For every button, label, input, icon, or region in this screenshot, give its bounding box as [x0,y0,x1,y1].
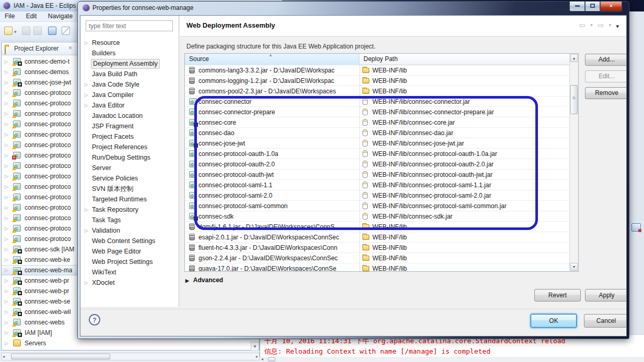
source-cell[interactable]: connsec-sdk [185,211,359,222]
table-row[interactable]: connsec-protocol-saml-1.1 WEB-INF/lib/co… [185,180,569,190]
add-button[interactable]: Add... [585,54,627,66]
scroll-down-icon[interactable]: ▼ [253,344,257,350]
expander-icon[interactable]: ▷ [5,307,8,317]
expander-icon[interactable]: ▷ [5,77,8,88]
table-row[interactable]: commons-logging-1.2.jar - D:\JavaIDE\Wor… [185,76,569,86]
expander-icon[interactable]: ▷ [5,244,8,255]
help-button[interactable]: ? [89,314,100,325]
filter-input[interactable] [86,20,173,31]
source-cell[interactable]: gson-2.2.4.jar - D:\JavaIDE\Workspaces\C… [185,253,359,263]
expander-icon[interactable]: ▷ [5,275,8,286]
minimize-button[interactable] [569,2,585,11]
expander-icon[interactable]: ▷ [5,213,8,223]
properties-category-item[interactable]: ▷ Project References [80,142,179,152]
expander-icon[interactable]: ▷ [5,202,8,213]
hscroll-thumb[interactable] [268,357,275,361]
maximize-button[interactable] [585,2,600,11]
cancel-button[interactable]: Cancel [584,314,627,328]
menu-navigate[interactable]: Navigate [43,11,77,21]
forward-dropdown-icon[interactable]: ▾ [609,22,612,28]
expander-icon[interactable]: ▷ [5,296,8,307]
explorer-hscrollbar[interactable]: ◂ ▸ [1,353,260,360]
expander-icon[interactable]: ▷ [5,108,8,119]
expander-icon[interactable]: ▷ [5,328,8,338]
edit-button[interactable]: Edit... [585,70,627,82]
expander-icon[interactable]: ▷ [5,234,8,244]
table-row[interactable]: connsec-sdk WEB-INF/lib/connsec-sdk.jar [185,211,569,222]
properties-category-item[interactable]: ▷ JSP Fragment [80,121,179,131]
expander-icon[interactable]: ▷ [85,204,88,215]
expander-icon[interactable]: ▷ [5,119,8,129]
expander-icon[interactable]: ▷ [5,129,8,140]
source-cell[interactable]: connsec-dao [185,128,359,138]
expander-icon[interactable]: ▷ [85,38,88,48]
save-icon[interactable] [22,27,30,35]
table-row[interactable]: connsec-protocol-oauth-1.0a WEB-INF/lib/… [185,149,569,159]
expander-icon[interactable]: ▷ [5,286,8,296]
properties-category-item[interactable]: ▷ Project Facets [80,131,179,142]
expander-icon[interactable]: ▷ [5,223,8,234]
deploy-path-cell[interactable]: WEB-INF/lib [359,232,569,243]
deploy-path-cell[interactable]: WEB-INF/lib/connsec-core.jar [359,117,569,128]
deploy-path-cell[interactable]: WEB-INF/lib/connsec-connector-prepare.ja… [359,107,569,117]
properties-category-item[interactable]: ▷ SVN 版本控制 [80,184,179,194]
properties-category-item[interactable]: ▷ Task Repository [80,204,179,215]
expander-icon[interactable]: ▷ [5,338,8,348]
properties-category-item[interactable]: ▷ XDoclet [80,277,179,288]
deploy-path-cell[interactable]: WEB-INF/lib/connsec-dao.jar [359,128,569,138]
deploy-path-cell[interactable]: WEB-INF/lib [359,222,569,232]
column-header-deploy-path[interactable]: Deploy Path [359,54,569,65]
expander-icon[interactable]: ▷ [85,100,88,111]
properties-category-item[interactable]: ▷ Web Content Settings [80,236,179,246]
console-view-icon[interactable] [48,27,56,35]
properties-category-item[interactable]: ▷ Server [80,163,179,173]
new-wizard-icon[interactable] [4,27,13,35]
expander-icon[interactable]: ▷ [5,266,8,275]
source-cell[interactable]: connsec-protocol-saml-common [185,201,359,211]
source-cell[interactable]: connsec-core [185,117,359,128]
properties-category-item[interactable]: ▷ Deployment Assembly [80,58,179,69]
scroll-left-icon[interactable]: ◂ [261,356,263,362]
properties-category-item[interactable]: ▷ WikiText [80,267,179,277]
expander-icon[interactable]: ▷ [5,88,8,98]
deploy-path-cell[interactable]: WEB-INF/lib [359,263,569,272]
apply-button[interactable]: Apply [585,289,627,301]
expander-icon[interactable]: ▷ [5,317,8,328]
source-cell[interactable]: guava-17.0.jar - D:\JavaIDE\Workspaces\C… [185,263,359,272]
properties-category-item[interactable]: ▷ Java Code Style [80,79,179,90]
deploy-path-cell[interactable]: WEB-INF/lib/connsec-sdk.jar [359,211,569,222]
properties-category-item[interactable]: ▷ Javadoc Location [80,111,179,121]
ok-button[interactable]: OK [531,314,577,328]
properties-category-item[interactable]: ▷ Web Project Settings [80,257,179,267]
table-row[interactable]: connsec-protocol-saml-2.0 WEB-INF/lib/co… [185,190,569,201]
menu-file[interactable]: File [0,11,19,21]
source-cell[interactable]: commons-lang3-3.3.2.jar - D:\JavaIDE\Wor… [185,65,359,76]
properties-category-item[interactable]: ▷ Service Policies [80,173,179,184]
deploy-path-cell[interactable]: WEB-INF/lib [359,86,569,96]
table-row[interactable]: connsec-dao WEB-INF/lib/connsec-dao.jar [185,128,569,138]
advanced-section-toggle[interactable]: ▶ Advanced [185,276,223,284]
expander-icon[interactable]: ▷ [85,90,88,100]
properties-category-item[interactable]: ▷ Validation [80,225,179,236]
deploy-path-cell[interactable]: WEB-INF/lib/connsec-protocol-oauth-jwt.j… [359,170,569,180]
table-row[interactable]: fluent-hc-4.3.3.jar - D:\JavaIDE\Workspa… [185,243,569,253]
explorer-vscroll-down[interactable]: ▼ [251,342,259,351]
source-cell[interactable]: commons-pool2-2.3.jar - D:\JavaIDE\Works… [185,86,359,96]
source-cell[interactable]: connsec-jose-jwt [185,138,359,149]
deploy-path-cell[interactable]: WEB-INF/lib [359,243,569,253]
expander-icon[interactable]: ▷ [5,98,8,108]
vscroll-thumb[interactable] [570,85,578,114]
properties-category-item[interactable]: ▷ Targeted Runtimes [80,194,179,204]
deploy-path-cell[interactable]: WEB-INF/lib [359,65,569,76]
deploy-path-cell[interactable]: WEB-INF/lib/connsec-protocol-saml-1.1.ja… [359,180,569,190]
source-cell[interactable]: fluent-hc-4.3.3.jar - D:\JavaIDE\Workspa… [185,243,359,253]
expander-icon[interactable]: ▷ [85,79,88,90]
save-all-icon[interactable] [33,27,42,35]
source-cell[interactable]: connsec-connector-prepare [185,107,359,117]
source-cell[interactable]: connsec-protocol-oauth-2.0 [185,159,359,170]
properties-category-item[interactable]: ▷ Java Editor [80,100,179,111]
deploy-path-cell[interactable]: WEB-INF/lib/connsec-protocol-oauth-1.0a.… [359,149,569,159]
table-row[interactable]: connsec-core WEB-INF/lib/connsec-core.ja… [185,117,569,128]
table-row[interactable]: esapi-2.0.1.jar - D:\JavaIDE\Workspaces\… [185,232,569,243]
table-row[interactable]: gson-2.2.4.jar - D:\JavaIDE\Workspaces\C… [185,253,569,263]
